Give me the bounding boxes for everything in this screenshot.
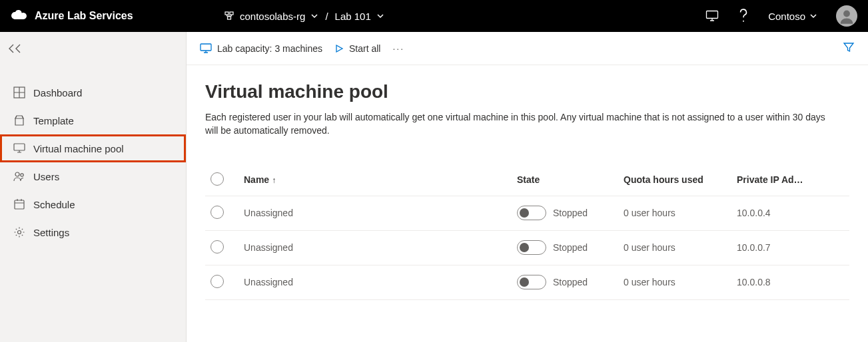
page-title: Virtual machine pool [205,81,849,102]
state-toggle[interactable] [517,275,546,289]
cell-state: Stopped [553,208,588,218]
cell-name: Unassigned [238,265,512,299]
cell-state: Stopped [553,277,588,287]
resource-group-icon [224,10,234,23]
svg-rect-0 [225,12,228,15]
col-name-header[interactable]: Name↑ [238,164,512,196]
breadcrumb: contosolabs-rg / Lab 101 [224,10,384,23]
brand-logo-icon [11,9,28,23]
cell-quota: 0 user hours [618,196,731,230]
sidebar-item-label: Dashboard [33,87,82,98]
cell-quota: 0 user hours [618,230,731,265]
breadcrumb-resource-group[interactable]: contosolabs-rg [224,10,318,23]
schedule-icon [13,198,25,210]
start-all-button[interactable]: Start all [334,43,380,54]
col-quota-header[interactable]: Quota hours used [618,164,731,196]
lab-capacity-button[interactable]: Lab capacity: 3 machines [200,43,322,54]
svg-rect-1 [230,12,233,15]
avatar[interactable] [836,5,857,27]
toolbar: Lab capacity: 3 machines Start all ··· [187,32,868,65]
content: Virtual machine pool Each registered use… [187,65,868,342]
svg-point-4 [743,21,744,22]
monitor-icon[interactable] [705,10,719,22]
monitor-icon [200,43,212,54]
sidebar-item-dashboard[interactable]: Dashboard [0,79,186,106]
breadcrumb-separator: / [325,11,328,22]
sidebar-item-vm-pool[interactable]: Virtual machine pool [0,134,186,162]
chevron-down-icon [310,11,318,22]
cell-name: Unassigned [238,196,512,230]
lab-capacity-text: Lab capacity: 3 machines [217,43,322,54]
svg-rect-12 [201,44,211,51]
sidebar-item-label: Schedule [33,199,75,210]
col-state-header[interactable]: State [512,164,618,196]
svg-point-5 [843,11,850,17]
svg-point-8 [15,172,19,176]
table-row[interactable]: Unassigned Stopped 0 user hours 10.0.0.4 [205,196,849,230]
sidebar: Dashboard Template Virtual machine pool … [0,32,187,342]
table-row[interactable]: Unassigned Stopped 0 user hours 10.0.0.8 [205,265,849,299]
chevron-down-icon [376,11,384,22]
page-description: Each registered user in your lab will au… [205,110,831,138]
breadcrumb-lab-text: Lab 101 [335,11,371,22]
state-toggle[interactable] [517,240,546,255]
sidebar-item-label: Users [33,171,59,182]
dashboard-icon [13,86,25,98]
sidebar-item-label: Template [33,115,74,126]
row-select[interactable] [211,206,224,219]
filter-button[interactable] [843,41,855,55]
select-all-checkbox[interactable] [211,172,224,186]
brand[interactable]: Azure Lab Services [11,9,224,23]
cell-state: Stopped [553,242,588,253]
sidebar-item-users[interactable]: Users [0,162,186,190]
main: Lab capacity: 3 machines Start all ··· V… [187,32,868,342]
nav: Dashboard Template Virtual machine pool … [0,65,186,246]
org-switcher[interactable]: Contoso [768,11,817,22]
org-name: Contoso [768,11,805,22]
breadcrumb-lab[interactable]: Lab 101 [335,11,384,22]
top-bar: Azure Lab Services contosolabs-rg / Lab … [0,0,868,32]
cell-quota: 0 user hours [618,265,731,299]
row-select[interactable] [211,275,224,288]
template-icon [13,114,25,126]
cell-ip: 10.0.0.8 [731,265,849,299]
svg-rect-7 [14,144,25,150]
more-button[interactable]: ··· [392,43,404,54]
cell-ip: 10.0.0.7 [731,230,849,265]
users-icon [13,170,25,182]
collapse-sidebar-button[interactable] [0,32,186,65]
help-icon[interactable] [737,9,749,23]
state-toggle[interactable] [517,206,546,220]
sidebar-item-schedule[interactable]: Schedule [0,190,186,218]
brand-text: Azure Lab Services [35,10,133,22]
play-icon [334,44,344,53]
table-row[interactable]: Unassigned Stopped 0 user hours 10.0.0.7 [205,230,849,265]
svg-rect-10 [15,200,24,209]
gear-icon [13,226,25,238]
row-select[interactable] [211,240,224,254]
svg-point-11 [18,231,21,234]
cell-name: Unassigned [238,230,512,265]
sort-asc-icon: ↑ [272,176,276,185]
sidebar-item-template[interactable]: Template [0,106,186,134]
svg-point-9 [21,174,23,176]
collapse-icon [7,42,24,55]
vm-icon [13,143,25,154]
start-all-text: Start all [349,43,380,54]
sidebar-item-label: Settings [33,227,69,238]
svg-rect-3 [707,11,718,19]
cell-ip: 10.0.0.4 [731,196,849,230]
sidebar-item-settings[interactable]: Settings [0,218,186,246]
breadcrumb-rg-text: contosolabs-rg [240,11,305,22]
sidebar-item-label: Virtual machine pool [33,143,124,154]
svg-rect-2 [228,17,231,19]
chevron-down-icon [809,11,817,22]
vm-table: Name↑ State Quota hours used Private IP … [205,164,849,300]
col-ip-header[interactable]: Private IP Ad… [731,164,849,196]
